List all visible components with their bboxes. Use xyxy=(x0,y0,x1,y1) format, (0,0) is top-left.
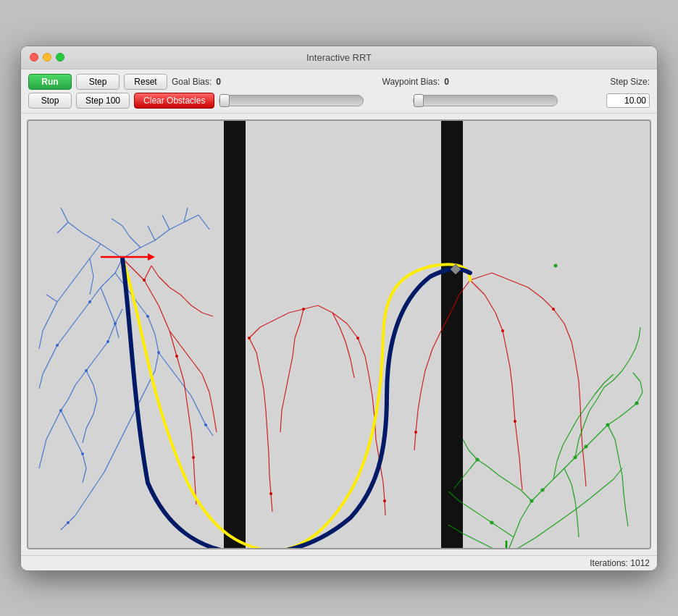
svg-point-274 xyxy=(157,351,160,354)
goal-bias-value: 0 xyxy=(216,77,221,87)
svg-point-271 xyxy=(85,369,88,372)
waypoint-bias-slider[interactable] xyxy=(413,95,558,106)
svg-point-286 xyxy=(383,499,386,502)
svg-point-261 xyxy=(476,458,479,461)
toolbar: Run Step Reset Goal Bias: 0 Waypoint Bia… xyxy=(21,69,657,114)
svg-point-262 xyxy=(490,521,493,524)
svg-point-284 xyxy=(302,308,305,311)
close-button[interactable] xyxy=(30,53,38,62)
goal-bias-slider-container xyxy=(219,95,364,106)
svg-point-260 xyxy=(606,423,609,426)
statusbar: Iterations: 1012 xyxy=(21,555,657,570)
svg-point-288 xyxy=(501,329,504,332)
toolbar-row-2: Stop Step 100 Clear Obstacles xyxy=(28,93,650,109)
svg-point-291 xyxy=(414,431,417,434)
svg-point-266 xyxy=(554,264,557,267)
step-size-input[interactable] xyxy=(606,93,650,108)
svg-point-272 xyxy=(59,409,62,412)
waypoint-bias-label: Waypoint Bias: xyxy=(382,77,440,87)
svg-point-269 xyxy=(56,344,59,347)
goal-bias-label: Goal Bias: xyxy=(172,77,212,87)
svg-rect-0 xyxy=(28,121,648,548)
svg-point-273 xyxy=(146,315,149,318)
svg-point-265 xyxy=(635,402,638,405)
svg-point-264 xyxy=(585,445,587,448)
svg-point-278 xyxy=(67,521,70,524)
clear-obstacles-button[interactable]: Clear Obstacles xyxy=(134,93,214,109)
toolbar-row-1: Run Step Reset Goal Bias: 0 Waypoint Bia… xyxy=(28,74,650,90)
svg-point-289 xyxy=(514,420,516,423)
waypoint-bias-slider-container xyxy=(413,95,558,106)
maximize-button[interactable] xyxy=(56,53,64,62)
svg-point-282 xyxy=(192,456,195,459)
waypoint-bias-value: 0 xyxy=(444,77,449,87)
run-button[interactable]: Run xyxy=(28,74,72,90)
svg-point-290 xyxy=(552,308,555,311)
step-button[interactable]: Step xyxy=(76,74,120,90)
svg-point-275 xyxy=(81,452,84,455)
svg-point-258 xyxy=(530,499,533,502)
svg-point-268 xyxy=(88,300,91,303)
svg-point-283 xyxy=(248,337,251,339)
traffic-lights xyxy=(30,53,64,62)
svg-point-277 xyxy=(114,322,117,325)
svg-point-263 xyxy=(541,489,544,491)
svg-rect-1 xyxy=(224,121,246,548)
svg-point-285 xyxy=(356,337,359,339)
stop-button[interactable]: Stop xyxy=(28,93,72,109)
step-size-label: Step Size: xyxy=(610,77,650,87)
svg-point-270 xyxy=(106,340,109,343)
titlebar: Interactive RRT xyxy=(21,46,657,69)
canvas-area[interactable] xyxy=(27,119,651,549)
main-window: Interactive RRT Run Step Reset Goal Bias… xyxy=(20,46,658,571)
svg-rect-2 xyxy=(441,121,463,548)
goal-bias-slider[interactable] xyxy=(219,95,364,106)
window-title: Interactive RRT xyxy=(306,52,372,63)
svg-point-279 xyxy=(204,423,207,426)
svg-point-259 xyxy=(574,456,577,459)
svg-point-280 xyxy=(143,279,146,282)
svg-point-287 xyxy=(269,492,272,495)
iterations-value: 1012 xyxy=(630,558,650,568)
reset-button[interactable]: Reset xyxy=(124,74,167,90)
svg-point-281 xyxy=(175,355,178,358)
iterations-label: Iterations: xyxy=(590,558,628,568)
rrt-canvas[interactable] xyxy=(28,121,648,548)
step100-button[interactable]: Step 100 xyxy=(76,93,130,109)
minimize-button[interactable] xyxy=(43,53,51,62)
